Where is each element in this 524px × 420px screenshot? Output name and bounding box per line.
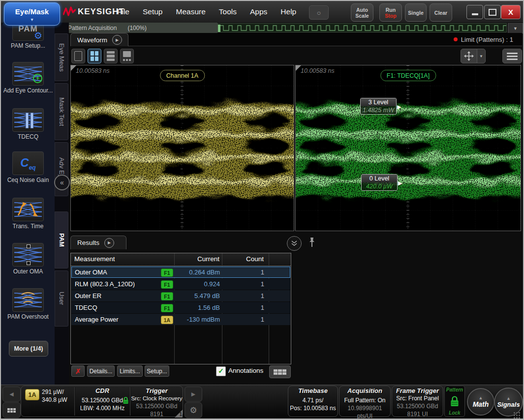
- acquisition-panel[interactable]: Acquisition Full Pattern: On 10.98998901…: [339, 386, 391, 417]
- close-button[interactable]: X: [501, 5, 521, 19]
- waveform-menu-button[interactable]: [502, 49, 522, 63]
- sidebar-item-pam-overshoot[interactable]: PAM Overshoot: [3, 288, 53, 321]
- level-0-annotation[interactable]: 0 Level 420.0 µW: [361, 174, 398, 191]
- layout-mixed-button[interactable]: [120, 49, 134, 63]
- setup-button[interactable]: Setup...: [145, 365, 169, 377]
- level-3-annotation[interactable]: 3 Level 1.4825 mW: [360, 98, 397, 115]
- ceq-main: C: [20, 156, 29, 169]
- tab-eye-meas[interactable]: Eye Meas: [55, 33, 68, 81]
- clear-label: Clear: [434, 10, 447, 16]
- resize-grip[interactable]: [514, 412, 520, 419]
- trigger-source-number: 1: [175, 410, 183, 418]
- camera-icon: ○: [317, 9, 321, 17]
- math-button[interactable]: ▲ Math: [467, 388, 494, 416]
- gear-icon: ⚙: [189, 405, 197, 416]
- scroll-left-button[interactable]: ◀: [2, 387, 21, 402]
- layout-buttons: [71, 49, 134, 63]
- chevron-down-icon: ▾: [4, 17, 60, 22]
- frame-trigger-panel[interactable]: Frame Trigger Src: Front Panel 53.125000…: [392, 386, 443, 417]
- source-badge-1a: 1A: [161, 316, 173, 324]
- timebase-panel[interactable]: Timebase 4.71 ps/ Pos: 10.00583 ns: [288, 386, 338, 417]
- tab-pam[interactable]: PAM: [55, 211, 68, 269]
- menu-help[interactable]: Help: [280, 7, 296, 16]
- pin-icon[interactable]: [308, 237, 316, 248]
- trigger-section[interactable]: Trigger Src: Clock Recovery 53.125000 GB…: [130, 386, 183, 418]
- table-row-tdecq[interactable]: TDECQ F1 1.56 dB 1: [71, 302, 290, 313]
- x-icon: ✗: [75, 367, 81, 375]
- annotations-checkbox[interactable]: ✓: [216, 366, 226, 376]
- pan-zoom-button[interactable]: [461, 49, 477, 63]
- layout-single-button[interactable]: [71, 49, 85, 63]
- source-settings-panel[interactable]: 1A 291 µW/ 340.8 µW CDR 53.125000 GBd LB…: [21, 386, 183, 417]
- acquisition-dropdown-button[interactable]: ▼: [508, 23, 523, 33]
- cdr-section[interactable]: CDR 53.125000 GBd LBW: 4.000 MHz: [75, 386, 130, 412]
- table-row-rlm[interactable]: RLM (802.3 A_120D) F1 0.924 1: [71, 278, 290, 290]
- maximize-button[interactable]: [484, 5, 501, 19]
- run-label: Run: [386, 7, 396, 13]
- menu-setup[interactable]: Setup: [143, 7, 163, 16]
- up-triangle-icon: ▲: [479, 396, 483, 400]
- waveform-tab[interactable]: Waveform ▶: [70, 33, 128, 46]
- delete-measurement-button[interactable]: ✗: [71, 365, 85, 377]
- settings-gear-button[interactable]: ⚙: [185, 402, 202, 418]
- menu-apps[interactable]: Apps: [250, 7, 267, 16]
- sidebar-collapse-button[interactable]: «: [54, 175, 70, 190]
- sidebar-item-label: Trans. Time: [3, 223, 53, 230]
- sidebar-item-label: Outer OMA: [3, 268, 53, 275]
- source-badge-f1-tdecq[interactable]: F1: TDECQ[1A]: [380, 70, 436, 81]
- layout-rows-icon: [107, 51, 115, 61]
- table-layout-button[interactable]: [269, 365, 291, 378]
- sidebar-item-tdecq[interactable]: TDECQ: [3, 108, 53, 141]
- minimize-icon: [472, 13, 478, 15]
- table-row-outer-oma[interactable]: Outer OMA F1 0.264 dBm 1: [71, 267, 290, 278]
- waveform-panel-tdecq[interactable]: 10.00583 ns F1: TDECQ[1A] 3 Level 1.4825…: [295, 65, 521, 231]
- play-icon[interactable]: ▶: [112, 35, 122, 45]
- sidebar-item-trans-time[interactable]: Trans. Time: [3, 198, 53, 230]
- run-stop-button[interactable]: Run Stop: [379, 3, 402, 22]
- double-chevron-down-icon: [291, 240, 298, 246]
- channel-grid-button[interactable]: [2, 402, 21, 418]
- details-button[interactable]: Details...: [87, 365, 115, 377]
- clear-button[interactable]: Clear: [430, 3, 452, 22]
- tab-mask-test[interactable]: Mask Test: [55, 83, 68, 140]
- table-row-average-power[interactable]: Average Power 1A -130 mdBm 1: [71, 314, 290, 325]
- layout-rows-button[interactable]: [104, 49, 118, 63]
- menu-file[interactable]: File: [117, 7, 129, 16]
- menu-tools[interactable]: Tools: [219, 7, 237, 16]
- sidebar-item-outer-oma[interactable]: Outer OMA: [3, 243, 53, 275]
- source-badge-channel-1a[interactable]: Channel 1A: [160, 70, 205, 81]
- gear-icon: ⚙: [34, 30, 42, 41]
- screenshot-camera-button[interactable]: ○: [309, 5, 329, 20]
- keysight-spark-icon: [63, 6, 76, 17]
- right-triangle-icon: ▶: [191, 391, 195, 397]
- scroll-right-button[interactable]: ▶: [185, 387, 202, 402]
- pattern-lock-indicator[interactable]: Pattern Lock: [444, 386, 465, 417]
- minimize-button[interactable]: [466, 5, 483, 19]
- transition-arrows-icon: [14, 201, 42, 218]
- sidebar-item-ceq-noise-gain[interactable]: Ceq Ceq Noise Gain: [3, 151, 53, 184]
- results-collapse-button[interactable]: [287, 236, 302, 251]
- dropdown-icon: ▼: [479, 54, 483, 59]
- results-tab[interactable]: Results ▶: [70, 236, 126, 249]
- sidebar-item-label: PAM Overshoot: [3, 313, 53, 321]
- more-pages-button[interactable]: More (1/4): [9, 341, 48, 357]
- pan-dropdown-button[interactable]: ▼: [477, 49, 486, 63]
- sidebar-item-label: Ceq Noise Gain: [3, 177, 53, 184]
- menu-measure[interactable]: Measure: [176, 7, 206, 16]
- sidebar-item-add-eye-contour[interactable]: + Add Eye Contour...: [3, 62, 53, 94]
- waveform-panel-channel-1a[interactable]: 10.00583 ns Channel 1A: [70, 65, 294, 231]
- tab-user[interactable]: User: [55, 270, 68, 327]
- col-current: Current: [175, 255, 219, 263]
- collapse-icon: «: [60, 179, 64, 186]
- auto-scale-button[interactable]: Auto Scale: [351, 3, 373, 22]
- play-icon[interactable]: ▶: [104, 238, 114, 248]
- eye-mask-mode-button[interactable]: Eye/Mask ▾: [4, 2, 60, 26]
- limit-dot-icon: [454, 37, 458, 41]
- table-row-outer-er[interactable]: Outer ER F1 5.479 dB 1: [71, 290, 290, 301]
- layout-quad-button[interactable]: [88, 49, 101, 63]
- limits-button[interactable]: Limits...: [117, 365, 143, 377]
- pattern-lock-icon: [450, 396, 460, 407]
- single-button[interactable]: Single: [405, 3, 427, 22]
- pattern-acquisition-status: Pattern Acquisition (100%): [64, 23, 217, 33]
- sidebar-item-label: TDECQ: [3, 133, 53, 141]
